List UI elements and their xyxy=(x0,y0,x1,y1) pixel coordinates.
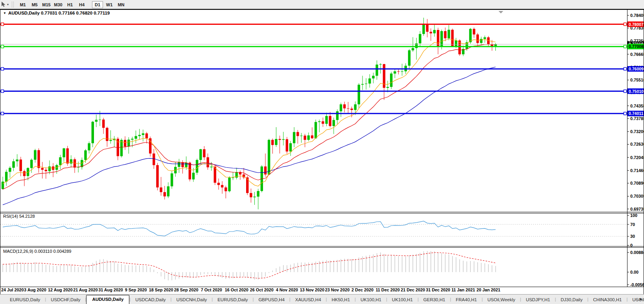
timeframe-button-mn[interactable]: MN xyxy=(116,1,127,8)
svg-text:3 Aug 2020: 3 Aug 2020 xyxy=(24,287,46,292)
svg-text:0.73785: 0.73785 xyxy=(630,116,644,121)
tab-fra40-h1[interactable]: FRA40,H1 xyxy=(451,296,482,304)
support-line-0.77008[interactable] xyxy=(0,45,627,48)
svg-text:21 Dec 2020: 21 Dec 2020 xyxy=(401,287,425,292)
svg-text:0.78007: 0.78007 xyxy=(629,22,644,27)
price-badge-0.77008: 0.77008 xyxy=(627,44,644,49)
price-badge-0.78007: 0.78007 xyxy=(627,22,644,27)
chart-shift-marker[interactable] xyxy=(499,11,503,13)
chart-title: ▼AUDUSD,Daily 0.77031 0.77166 0.76820 0.… xyxy=(3,11,110,15)
tab-uk100-h1[interactable]: UK100,H1 xyxy=(387,296,418,304)
chart-tabs: EURUSD,Daily|USDCHF,Daily|AUDUSD,Daily|U… xyxy=(5,295,644,304)
svg-text:0.71460: 0.71460 xyxy=(630,168,644,173)
svg-text:70: 70 xyxy=(630,222,635,227)
svg-text:20 Jan 2021: 20 Jan 2021 xyxy=(477,287,500,292)
date-axis: 24 Jul 20203 Aug 202012 Aug 202021 Aug 2… xyxy=(1,287,500,292)
svg-text:0.74355: 0.74355 xyxy=(630,104,644,108)
svg-text:31 Dec 2020: 31 Dec 2020 xyxy=(426,287,450,292)
chart-title-text: AUDUSD,Daily 0.77031 0.77166 0.76820 0.7… xyxy=(8,11,110,15)
timeframe-button-group: M1M5M15M30H1H4D1W1MN xyxy=(17,1,127,8)
svg-text:0.70305: 0.70305 xyxy=(630,194,644,198)
timeframe-button-d1[interactable]: D1 xyxy=(92,1,103,8)
svg-text:4 Nov 2020: 4 Nov 2020 xyxy=(276,287,298,292)
chart-canvas[interactable]: 0.784050.778350.772500.766650.760800.755… xyxy=(0,9,644,294)
tab-usdcnh-daily[interactable]: USDCNH,Daily xyxy=(171,296,212,304)
svg-text:9 Sep 2020: 9 Sep 2020 xyxy=(125,287,147,292)
timeframe-button-h1[interactable]: H1 xyxy=(64,1,75,8)
moving-average-20[interactable] xyxy=(3,44,496,189)
price-badge-0.76009: 0.76009 xyxy=(627,66,644,72)
timeframe-button-h4[interactable]: H4 xyxy=(76,1,87,8)
tab-gbpusd-h4[interactable]: GBPUSD,H4 xyxy=(254,296,289,304)
tab-usdjpy-h1[interactable]: USDJPY,H1 xyxy=(521,296,555,304)
svg-text:26 Oct 2020: 26 Oct 2020 xyxy=(250,287,274,292)
tab-eurusd-daily[interactable]: EURUSD,Daily xyxy=(5,296,45,304)
tab-scroll-right-icon[interactable]: ▸ xyxy=(640,297,642,301)
svg-text:21 Aug 2020: 21 Aug 2020 xyxy=(73,287,98,292)
macd-signal-line xyxy=(3,253,496,278)
chart-tab-bar: EURUSD,Daily|USDCHF,Daily|AUDUSD,Daily|U… xyxy=(0,294,644,304)
tab-dj30-daily[interactable]: DJ30,Daily xyxy=(556,296,587,304)
svg-text:0.69735: 0.69735 xyxy=(630,207,644,211)
svg-text:11 Dec 2020: 11 Dec 2020 xyxy=(375,287,399,292)
svg-text:0.75510: 0.75510 xyxy=(630,78,644,82)
svg-text:23 Nov 2020: 23 Nov 2020 xyxy=(325,287,350,292)
svg-text:7 Oct 2020: 7 Oct 2020 xyxy=(201,287,222,292)
tab-china300-h1[interactable]: CHINA300,H1 xyxy=(589,296,627,304)
price-axis: 0.784050.778350.772500.766650.760800.755… xyxy=(627,13,644,287)
price-badge-0.74011: 0.74011 xyxy=(627,111,644,116)
moving-average-50[interactable] xyxy=(3,67,496,205)
tab-usoil-weekly[interactable]: USOil,Weekly xyxy=(483,296,520,304)
svg-text:0.76665: 0.76665 xyxy=(630,52,644,57)
svg-text:28 Sep 2020: 28 Sep 2020 xyxy=(174,287,199,292)
svg-text:0.00: 0.00 xyxy=(630,270,638,274)
svg-text:0.73200: 0.73200 xyxy=(630,129,644,134)
svg-text:-0.005651: -0.005651 xyxy=(630,282,644,287)
top-toolbar: ▾ M1M5M15M30H1H4D1W1MN xyxy=(0,0,644,9)
tab-scroll-arrows: ◂▸ xyxy=(635,297,642,302)
tab-audusd-daily[interactable]: AUDUSD,Daily xyxy=(86,295,129,304)
timeframe-button-m5[interactable]: M5 xyxy=(29,1,40,8)
support-line-0.76009[interactable] xyxy=(0,67,627,70)
price-chart[interactable]: 0.784050.778350.772500.766650.760800.755… xyxy=(0,9,644,294)
tab-scroll-left-icon[interactable]: ◂ xyxy=(635,297,637,301)
rsi-line xyxy=(3,221,496,236)
svg-text:0.77008: 0.77008 xyxy=(629,44,644,49)
svg-text:24 Jul 2020: 24 Jul 2020 xyxy=(1,287,24,292)
collapse-arrow-icon[interactable]: ▼ xyxy=(3,11,6,15)
tab-xauusd-h4[interactable]: XAUUSD,H4 xyxy=(291,296,326,304)
timeframe-button-m15[interactable]: M15 xyxy=(41,1,52,8)
tab-eurusd-daily[interactable]: EURUSD,Daily xyxy=(213,296,252,304)
svg-text:12 Aug 2020: 12 Aug 2020 xyxy=(48,287,73,292)
svg-text:18 Sep 2020: 18 Sep 2020 xyxy=(149,287,173,292)
tab-usdchf-daily[interactable]: USDCHF,Daily xyxy=(46,296,85,304)
price-badge-0.75010: 0.75010 xyxy=(627,89,644,94)
rsi-indicator-label: RSI(14) 54.2128 xyxy=(3,214,35,219)
support-line-0.74011[interactable] xyxy=(0,112,627,115)
svg-text:0.76009: 0.76009 xyxy=(629,67,644,71)
support-line-0.75010[interactable] xyxy=(0,90,627,93)
timeframe-button-m30[interactable]: M30 xyxy=(53,1,64,8)
svg-text:0.70890: 0.70890 xyxy=(630,181,644,185)
tab-ger30-h1[interactable]: GER30,H1 xyxy=(419,296,450,304)
svg-text:0.72630: 0.72630 xyxy=(630,142,644,146)
tab-hk50-h1[interactable]: HK50,H1 xyxy=(327,296,355,304)
svg-text:16 Oct 2020: 16 Oct 2020 xyxy=(225,287,248,292)
resistance-line-0.78007[interactable] xyxy=(0,23,627,26)
tab-uk100-h1[interactable]: UK100,H1 xyxy=(356,296,386,304)
tab-usdcad-daily[interactable]: USDCAD,Daily xyxy=(131,296,170,304)
svg-text:0.75010: 0.75010 xyxy=(629,89,644,94)
svg-text:0.74011: 0.74011 xyxy=(629,111,644,116)
macd-histogram xyxy=(3,251,496,280)
cursor-tool-icon[interactable] xyxy=(1,1,6,7)
timeframe-button-m1[interactable]: M1 xyxy=(17,1,28,8)
svg-text:11 Jan 2021: 11 Jan 2021 xyxy=(451,287,475,292)
tool-dropdown-arrow-icon[interactable]: ▾ xyxy=(7,3,9,6)
svg-text:0.72045: 0.72045 xyxy=(630,155,644,160)
toolbar-grip[interactable] xyxy=(12,2,14,7)
svg-text:100: 100 xyxy=(630,213,637,218)
timeframe-button-w1[interactable]: W1 xyxy=(104,1,115,8)
svg-text:2 Dec 2020: 2 Dec 2020 xyxy=(351,287,374,292)
moving-average-10[interactable] xyxy=(3,39,496,186)
chart-window: 0.784050.778350.772500.766650.760800.755… xyxy=(0,9,644,294)
